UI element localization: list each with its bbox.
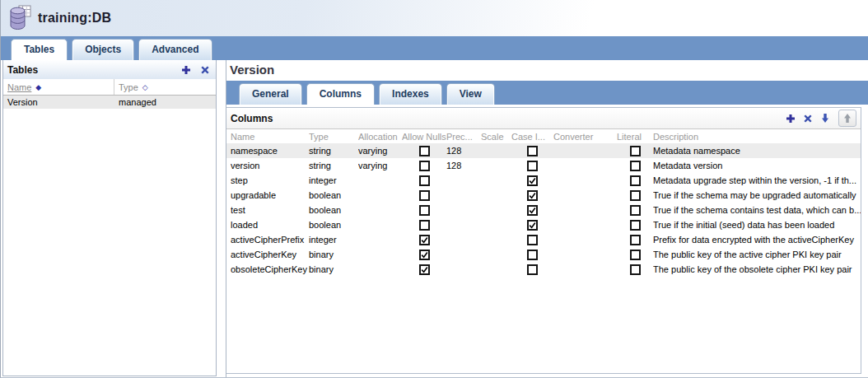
table-row[interactable]: testbooleanTrue if the schema contains t… (226, 203, 861, 217)
tables-list: Versionmanaged (3, 96, 216, 109)
allow-nulls-checkbox-checked[interactable] (419, 235, 430, 245)
allow-nulls-checkbox-checked[interactable] (419, 250, 430, 260)
literal-cell (617, 235, 653, 245)
literal-checkbox-unchecked[interactable] (630, 250, 641, 260)
case-insensitive-checkbox-checked[interactable] (527, 175, 538, 186)
column-header-name[interactable]: Name (231, 132, 309, 142)
name-cell: upgradable (231, 190, 309, 200)
type-cell: binary (309, 264, 358, 274)
case-insensitive-checkbox-unchecked[interactable] (527, 235, 538, 245)
tables-sort-by-type[interactable]: Type ◇ (114, 82, 148, 92)
case-insensitive-checkbox-unchecked[interactable] (527, 264, 538, 275)
tables-panel-header: Tables (3, 60, 216, 79)
table-row[interactable]: Versionmanaged (3, 96, 216, 109)
allow-nulls-cell (402, 146, 446, 156)
name-cell: activeCipherPrefix (231, 235, 309, 245)
literal-checkbox-unchecked[interactable] (630, 190, 641, 201)
detail-tab-general[interactable]: General (239, 83, 302, 105)
allow-nulls-cell (402, 175, 446, 186)
case-insensitive-checkbox-checked[interactable] (527, 220, 538, 231)
allow-nulls-checkbox-unchecked[interactable] (419, 146, 430, 156)
case-insensitive-checkbox-unchecked[interactable] (527, 146, 538, 156)
allow-nulls-cell (402, 220, 446, 231)
allow-nulls-cell (402, 250, 446, 260)
literal-cell (617, 205, 653, 216)
detail-tab-view[interactable]: View (446, 83, 495, 105)
detail-tab-columns[interactable]: Columns (306, 83, 375, 105)
table-row[interactable]: upgradablebooleanTrue if the schema may … (226, 188, 861, 203)
column-header-converter[interactable]: Converter (553, 132, 617, 142)
column-header-literal[interactable]: Literal (617, 132, 653, 142)
type-column-label: Type (119, 82, 138, 92)
literal-checkbox-unchecked[interactable] (630, 220, 641, 231)
case-insensitive-cell (511, 161, 553, 171)
table-row[interactable]: loadedbooleanTrue if the initial (seed) … (226, 217, 861, 232)
case-insensitive-cell (511, 146, 553, 156)
type-cell: integer (309, 175, 358, 185)
literal-checkbox-unchecked[interactable] (630, 161, 641, 171)
move-down-button[interactable] (820, 113, 830, 124)
table-row[interactable]: namespacestringvarying128Metadata namesp… (226, 143, 861, 158)
allow-nulls-checkbox-unchecked[interactable] (419, 220, 430, 231)
detail-tab-indexes[interactable]: Indexes (379, 83, 442, 105)
tables-sort-by-name[interactable]: Name ◆ (3, 79, 114, 95)
column-header-prec[interactable]: Prec... (446, 132, 481, 142)
type-cell: integer (309, 235, 358, 245)
plus-icon (786, 114, 795, 123)
tables-list-header: Name ◆ Type ◇ (3, 79, 216, 96)
description-cell: The public key of the obsolete cipher PK… (653, 264, 861, 274)
columns-table-header: NameTypeAllocationAllow NullsPrec...Scal… (226, 129, 861, 143)
table-name-cell: Version (3, 96, 114, 109)
add-table-button[interactable] (181, 65, 191, 75)
literal-checkbox-unchecked[interactable] (630, 205, 641, 216)
column-header-type[interactable]: Type (309, 132, 358, 142)
allow-nulls-checkbox-checked[interactable] (419, 264, 430, 275)
titlebar: training:DB (1, 0, 868, 36)
literal-checkbox-unchecked[interactable] (630, 264, 641, 275)
column-header-scale[interactable]: Scale (481, 132, 511, 142)
tab-objects[interactable]: Objects (72, 39, 134, 60)
description-cell: True if the schema contains test data, w… (653, 205, 861, 215)
table-row[interactable]: activeCipherKeybinaryThe public key of t… (226, 247, 861, 262)
detail-panel: Version GeneralColumnsIndexesView Column… (226, 60, 868, 377)
tab-tables[interactable]: Tables (11, 39, 68, 60)
allow-nulls-checkbox-unchecked[interactable] (419, 190, 430, 201)
table-row[interactable]: obsoleteCipherKeybinaryThe public key of… (226, 262, 861, 277)
column-header-case-i[interactable]: Case I... (511, 132, 553, 142)
columns-table-body: namespacestringvarying128Metadata namesp… (226, 143, 861, 277)
delete-x-icon (804, 114, 811, 122)
allow-nulls-cell (402, 205, 446, 216)
column-header-description[interactable]: Description (653, 132, 861, 142)
add-column-button[interactable] (786, 114, 796, 124)
database-table-icon (8, 5, 33, 31)
case-insensitive-checkbox-checked[interactable] (527, 190, 538, 201)
remove-column-button[interactable] (803, 114, 813, 124)
column-header-allow-nulls[interactable]: Allow Nulls (402, 132, 446, 142)
name-cell: activeCipherKey (231, 250, 309, 259)
case-insensitive-checkbox-checked[interactable] (527, 205, 538, 216)
detail-tabband: GeneralColumnsIndexesView (226, 81, 868, 105)
table-row[interactable]: activeCipherPrefixintegerPrefix for data… (226, 232, 861, 247)
window-title: training:DB (38, 11, 111, 26)
description-cell: Metadata namespace (653, 146, 861, 156)
precision-cell: 128 (446, 161, 481, 170)
move-up-button[interactable] (838, 110, 856, 127)
allocation-cell: varying (358, 161, 402, 170)
tables-panel-title: Tables (7, 64, 181, 76)
literal-checkbox-unchecked[interactable] (630, 235, 641, 245)
allow-nulls-checkbox-unchecked[interactable] (419, 175, 430, 186)
tab-advanced[interactable]: Advanced (138, 39, 212, 60)
remove-table-button[interactable] (200, 65, 210, 75)
type-cell: string (309, 146, 358, 156)
literal-checkbox-unchecked[interactable] (630, 175, 641, 186)
type-cell: boolean (309, 205, 358, 215)
case-insensitive-checkbox-unchecked[interactable] (527, 250, 538, 260)
table-row[interactable]: versionstringvarying128Metadata version (226, 158, 861, 173)
table-row[interactable]: stepintegerMetadata upgrade step within … (226, 173, 861, 188)
name-cell: obsoleteCipherKey (231, 264, 309, 274)
allow-nulls-checkbox-unchecked[interactable] (419, 205, 430, 216)
literal-checkbox-unchecked[interactable] (630, 146, 641, 156)
column-header-allocation[interactable]: Allocation (358, 132, 402, 142)
case-insensitive-checkbox-unchecked[interactable] (527, 161, 538, 171)
allow-nulls-checkbox-unchecked[interactable] (419, 161, 430, 171)
